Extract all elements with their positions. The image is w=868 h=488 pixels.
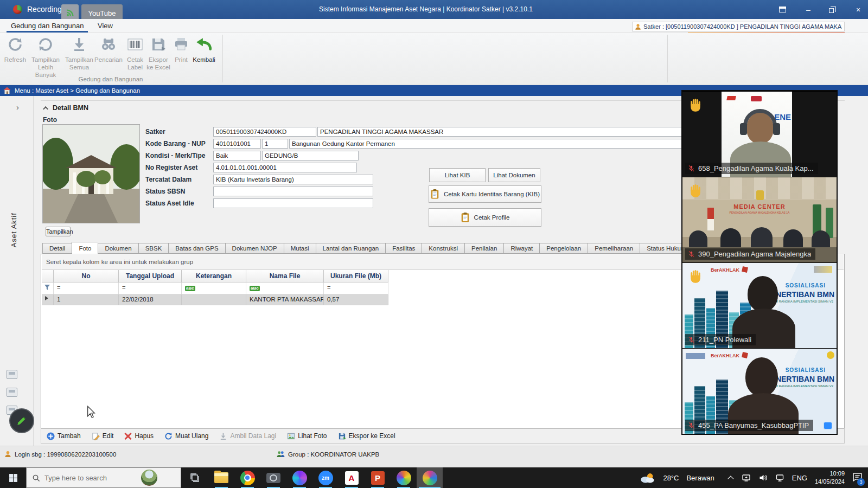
- filter-no[interactable]: =: [54, 282, 119, 294]
- taskbar-app-powerpoint[interactable]: P: [365, 467, 391, 488]
- taskbar-search[interactable]: [26, 467, 181, 488]
- taskbar-app-cyberlink[interactable]: [391, 467, 417, 488]
- refresh-button[interactable]: Refresh: [2, 36, 28, 64]
- tampilkan-semua-button[interactable]: Tampilkan Semua: [64, 36, 94, 72]
- windows-logo-icon: [9, 473, 18, 483]
- nama-barang-field[interactable]: Bangunan Gedung Kantor Permanen: [289, 139, 697, 149]
- satker-code-field[interactable]: 005011900307424000KD: [213, 127, 316, 137]
- gallery-view-icon[interactable]: [824, 422, 832, 429]
- cetak-kib-button[interactable]: Cetak Kartu Identitas Barang (KIB): [429, 185, 541, 203]
- aset-aktif-tab[interactable]: Aset Aktif: [10, 213, 18, 247]
- col-tanggal-upload[interactable]: Tanggal Upload: [119, 270, 182, 282]
- tab-konstruksi[interactable]: Konstruksi: [422, 243, 464, 254]
- taskbar-clock[interactable]: 10:09 14/05/2024: [815, 470, 845, 486]
- participant-video-tile[interactable]: MEDIA CENTER PENGADILAN AGAMA MAJALENGKA…: [682, 177, 837, 262]
- tab-foto[interactable]: Foto: [72, 242, 98, 254]
- tab-lantai-ruangan[interactable]: Lantai dan Ruangan: [316, 243, 386, 254]
- filter-icon-cell[interactable]: [42, 282, 54, 294]
- tab-pemeliharaan[interactable]: Pemeliharaan: [588, 243, 640, 254]
- col-no[interactable]: No: [54, 270, 119, 282]
- print-button[interactable]: Print: [171, 36, 191, 64]
- search-highlight-art[interactable]: [141, 470, 157, 486]
- participant-video-tile[interactable]: ENE 658_Pengadilan Agama Kuala Kap...: [682, 91, 837, 177]
- cetak-profile-button[interactable]: Cetak Profile: [429, 208, 541, 227]
- taskbar-app-file-explorer[interactable]: [208, 467, 234, 488]
- kondisi-field[interactable]: Baik: [213, 151, 261, 160]
- kembali-button[interactable]: Kembali: [191, 36, 217, 64]
- tampilkan-lebih-banyak-button[interactable]: Tampilkan Lebih Banyak: [28, 36, 63, 79]
- merk-tipe-field[interactable]: GEDUNG/B: [262, 151, 359, 160]
- tab-dokumen[interactable]: Dokumen: [98, 243, 138, 254]
- panel-expander[interactable]: ›: [16, 102, 19, 112]
- raised-hand-icon: [688, 97, 703, 114]
- taskbar-app-screen-recorder[interactable]: [417, 467, 443, 488]
- taskbar-app-camera[interactable]: [260, 467, 286, 488]
- close-button[interactable]: ×: [854, 5, 863, 14]
- lihat-foto-button[interactable]: Lihat Foto: [287, 432, 327, 440]
- filter-nama[interactable]: aBc: [246, 282, 324, 294]
- hapus-button[interactable]: Hapus: [124, 432, 154, 440]
- participant-video-tile[interactable]: BerAKHLAK SOSIALISASI PENERTIBAN BMN DAL…: [682, 348, 837, 434]
- show-hidden-icons[interactable]: [727, 476, 733, 481]
- cetak-label-button[interactable]: Cetak Label: [124, 36, 146, 72]
- weather-temp[interactable]: 28°C: [663, 474, 679, 482]
- taskbar-app-chrome[interactable]: [234, 467, 260, 488]
- restore-button[interactable]: [829, 7, 838, 13]
- lihat-kib-button[interactable]: Lihat KIB: [429, 168, 486, 182]
- sidebar-tool-icon[interactable]: [7, 370, 17, 379]
- ekspor-ke-excel-ribbon-button[interactable]: Ekspor ke Excel: [146, 36, 170, 72]
- network-icon[interactable]: [775, 473, 784, 482]
- taskbar-app-media-player[interactable]: [286, 467, 312, 488]
- search-input[interactable]: [44, 474, 137, 482]
- col-keterangan[interactable]: Keterangan: [182, 270, 246, 282]
- pencarian-button[interactable]: Pencarian: [94, 36, 123, 64]
- tab-fasilitas[interactable]: Fasilitas: [385, 243, 422, 254]
- tab-batas-gps[interactable]: Batas dan GPS: [168, 243, 225, 254]
- filter-ukuran[interactable]: =: [324, 282, 388, 294]
- language-indicator[interactable]: ENG: [792, 474, 807, 482]
- table-row[interactable]: 1 22/02/2018 KANTOR PTA MAKASSAR.jpg 0,5…: [42, 294, 388, 305]
- detail-bmn-header[interactable]: Detail BMN: [44, 104, 88, 112]
- tambah-button[interactable]: Tambah: [47, 432, 81, 440]
- task-view-button[interactable]: [182, 467, 207, 488]
- tab-dokumen-njop[interactable]: Dokumen NJOP: [225, 243, 284, 254]
- taskbar-app-acrobat[interactable]: A: [339, 467, 365, 488]
- edit-button[interactable]: Edit: [92, 432, 114, 440]
- ekspor-ke-excel-button[interactable]: Ekspor ke Excel: [338, 432, 395, 440]
- annotation-pencil-button[interactable]: [9, 408, 34, 433]
- tab-riwayat[interactable]: Riwayat: [503, 243, 539, 254]
- tab-penilaian[interactable]: Penilaian: [464, 243, 503, 254]
- ribbon-tab-gedung[interactable]: Gedung dan Bangunan: [7, 21, 88, 33]
- tab-detail[interactable]: Detail: [42, 243, 72, 254]
- start-button[interactable]: [0, 467, 26, 488]
- filter-keterangan[interactable]: aBc: [182, 282, 246, 294]
- satker-name-field[interactable]: PENGADILAN TINGGI AGAMA MAKASSAR: [317, 127, 697, 137]
- kode-barang-field[interactable]: 4010101001: [213, 139, 261, 149]
- minimize-button[interactable]: –: [804, 5, 813, 14]
- tampilkan-button[interactable]: Tampilkan: [46, 227, 71, 236]
- muat-ulang-button[interactable]: Muat Ulang: [164, 432, 208, 440]
- sidebar-tool-icon[interactable]: [7, 388, 17, 397]
- status-sbsn-field[interactable]: [213, 187, 373, 196]
- action-center-button[interactable]: 3: [852, 472, 863, 484]
- panel-options-button[interactable]: [779, 7, 788, 12]
- weather-desc[interactable]: Berawan: [686, 474, 714, 482]
- task-view-icon: [190, 473, 200, 483]
- tab-pengelolaan[interactable]: Pengelolaan: [539, 243, 588, 254]
- taskbar-app-zoom[interactable]: zm: [312, 467, 339, 488]
- nup-field[interactable]: 1: [262, 139, 288, 149]
- tab-sbsk[interactable]: SBSK: [138, 243, 169, 254]
- tercatat-dalam-field[interactable]: KIB (Kartu Invetaris Barang): [213, 175, 373, 184]
- participant-video-tile[interactable]: BerAKHLAK SOSIALISASI PENERTIBAN BMN DAL…: [682, 262, 837, 348]
- col-nama-file[interactable]: Nama File: [246, 270, 324, 282]
- volume-icon[interactable]: [758, 473, 768, 482]
- col-ukuran-file[interactable]: Ukuran File (Mb): [324, 270, 388, 282]
- cast-icon[interactable]: [742, 473, 751, 482]
- status-aset-idle-field[interactable]: [213, 198, 373, 208]
- filter-tanggal[interactable]: =: [119, 282, 182, 294]
- ribbon-tab-view[interactable]: View: [93, 21, 117, 31]
- logo-mark: [827, 351, 834, 359]
- no-register-field[interactable]: 4.01.01.01.001.00001: [213, 163, 357, 172]
- lihat-dokumen-button[interactable]: Lihat Dokumen: [488, 168, 540, 182]
- tab-mutasi[interactable]: Mutasi: [284, 243, 316, 254]
